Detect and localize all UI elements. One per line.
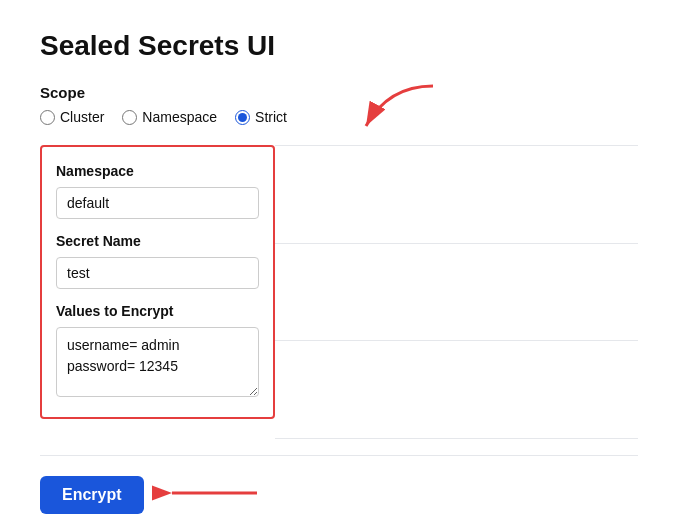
encrypt-button[interactable]: Encrypt bbox=[40, 476, 144, 514]
scope-strict-label: Strict bbox=[255, 109, 287, 125]
arrow-strict-icon bbox=[348, 81, 438, 140]
namespace-label: Namespace bbox=[56, 163, 259, 179]
secret-name-label: Secret Name bbox=[56, 233, 259, 249]
bottom-section: Encrypt bbox=[40, 474, 638, 516]
secret-name-input[interactable] bbox=[56, 257, 259, 289]
scope-options: Cluster Namespace Strict bbox=[40, 109, 638, 125]
scope-option-cluster[interactable]: Cluster bbox=[40, 109, 104, 125]
arrow-encrypt-icon bbox=[152, 474, 262, 516]
scope-label: Scope bbox=[40, 84, 638, 101]
scope-cluster-label: Cluster bbox=[60, 109, 104, 125]
namespace-input[interactable] bbox=[56, 187, 259, 219]
scope-radio-namespace[interactable] bbox=[122, 110, 137, 125]
scope-option-strict[interactable]: Strict bbox=[235, 109, 287, 125]
strict-form-box: Namespace Secret Name Values to Encrypt … bbox=[40, 145, 275, 419]
values-to-encrypt-label: Values to Encrypt bbox=[56, 303, 259, 319]
page-title: Sealed Secrets UI bbox=[40, 30, 638, 62]
scope-radio-strict[interactable] bbox=[235, 110, 250, 125]
scope-namespace-label: Namespace bbox=[142, 109, 217, 125]
encrypt-divider bbox=[40, 455, 638, 456]
values-to-encrypt-input[interactable]: username= admin password= 12345 bbox=[56, 327, 259, 397]
scope-option-namespace[interactable]: Namespace bbox=[122, 109, 217, 125]
scope-section: Scope Cluster Namespace Strict bbox=[40, 84, 638, 125]
scope-radio-cluster[interactable] bbox=[40, 110, 55, 125]
divider-last bbox=[275, 438, 638, 439]
